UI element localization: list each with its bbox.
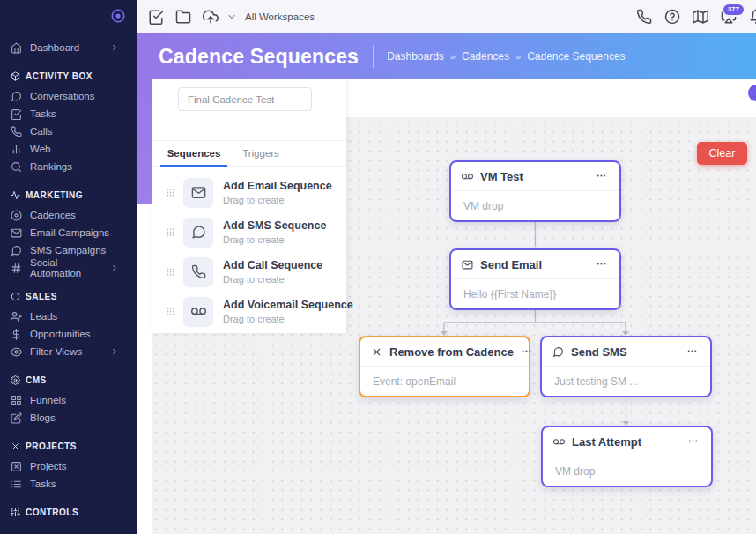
more-icon xyxy=(686,345,698,357)
upload-cloud-button[interactable] xyxy=(203,9,219,25)
node-body: Just testing SM ... xyxy=(542,367,710,397)
palette-item-add-sms-sequence[interactable]: Add SMS SequenceDrag to create xyxy=(152,212,346,252)
more-icon xyxy=(687,435,699,447)
sidebar-item-label: Projects xyxy=(30,461,67,471)
palette-item-icon-tile xyxy=(183,297,213,327)
sidebar-item-social-automation[interactable]: Social Automation xyxy=(0,259,137,277)
more-icon xyxy=(596,170,607,182)
grip-icon xyxy=(166,227,175,237)
sidebar-item-opportunities[interactable]: Opportunities xyxy=(0,325,137,343)
floating-action-button[interactable] xyxy=(748,85,756,101)
sidebar-item-sms-campaigns[interactable]: SMS Campaigns xyxy=(0,241,137,259)
sidebar-item-label: Blogs xyxy=(30,412,56,423)
chevron-right-icon xyxy=(110,347,119,356)
node-send-email[interactable]: Send EmailHello {{First Name}} xyxy=(449,248,621,310)
message-circle-icon xyxy=(11,91,22,102)
breadcrumb-separator: » xyxy=(450,51,456,62)
node-last-attempt[interactable]: Last AttemptVM drop xyxy=(541,426,713,487)
toolbar-right-group: 377 xyxy=(636,9,756,25)
drag-handle[interactable] xyxy=(166,188,175,197)
palette-item-icon-tile xyxy=(183,178,213,208)
sidebar-item-funnels[interactable]: Funnels xyxy=(0,391,137,409)
sidebar-section-items: Dashboard xyxy=(0,39,137,56)
more-options-button[interactable] xyxy=(521,345,534,359)
sidebar-item-calls[interactable]: Calls xyxy=(0,122,137,140)
palette-item-text: Add Email SequenceDrag to create xyxy=(223,180,332,204)
palette-item-icon-tile xyxy=(183,218,213,248)
palette-item-subtitle: Drag to create xyxy=(223,274,322,285)
disc-icon xyxy=(11,210,22,221)
sidebar-item-blogs[interactable]: Blogs xyxy=(0,409,137,426)
more-options-button[interactable] xyxy=(687,435,700,449)
sidebar-item-label: Tasks xyxy=(30,108,56,119)
breadcrumb-cadences[interactable]: Cadences xyxy=(462,50,509,63)
toolbar-left-group xyxy=(148,9,237,25)
drag-handle[interactable] xyxy=(166,307,175,316)
tab-triggers[interactable]: Triggers xyxy=(227,141,294,167)
sidebar-item-projects[interactable]: Projects xyxy=(0,457,137,475)
node-send-sms[interactable]: Send SMSJust testing SM ... xyxy=(540,336,712,397)
clear-button[interactable]: Clear xyxy=(697,142,747,165)
sidebar-item-label: Opportunities xyxy=(30,329,90,339)
sidebar-item-label: Social Automation xyxy=(30,257,110,278)
palette-item-add-email-sequence[interactable]: Add Email SequenceDrag to create xyxy=(152,173,346,212)
node-vm-test[interactable]: VM TestVM drop xyxy=(449,160,621,222)
sidebar-item-rankings[interactable]: Rankings xyxy=(0,158,137,175)
sidebar-item-tasks[interactable]: Tasks xyxy=(0,105,137,122)
cadence-name-input[interactable] xyxy=(178,87,312,111)
drag-handle[interactable] xyxy=(166,227,175,237)
workspace-selector[interactable]: All Workspaces xyxy=(245,11,315,22)
bell-button[interactable] xyxy=(749,9,756,25)
bell-icon xyxy=(749,9,756,25)
sidebar: DashboardACTIVITY BOXConversationsTasksC… xyxy=(0,0,137,534)
node-body: VM drop xyxy=(543,456,711,486)
message-circle-icon xyxy=(191,225,206,240)
mail-icon xyxy=(11,227,22,239)
palette-item-title: Add Voicemail Sequence xyxy=(223,299,353,311)
sidebar-item-dashboard[interactable]: Dashboard xyxy=(0,39,137,56)
palette-item-add-voicemail-sequence[interactable]: Add Voicemail SequenceDrag to create xyxy=(152,292,346,331)
sidebar-section-header-sales: SALES xyxy=(0,287,137,305)
sidebar-item-web[interactable]: Web xyxy=(0,140,137,158)
palette-item-icon-tile xyxy=(183,257,213,287)
breadcrumb-cadence-sequences[interactable]: Cadence Sequences xyxy=(527,50,625,63)
sidebar-item-filter-views[interactable]: Filter Views xyxy=(0,343,137,360)
hash-icon xyxy=(11,263,22,274)
check-square-button[interactable] xyxy=(148,9,164,25)
sidebar-item-label: Rankings xyxy=(30,161,72,172)
section-label: MARKETING xyxy=(26,190,83,200)
sidebar-section-items: ConversationsTasksCallsWebRankings xyxy=(0,87,137,175)
palette-item-title: Add SMS Sequence xyxy=(223,219,326,232)
sequence-panel: SequencesTriggers Add Email SequenceDrag… xyxy=(152,79,346,333)
presentation-button[interactable]: 377 xyxy=(721,9,737,25)
phone-button[interactable] xyxy=(636,9,652,25)
grid-icon xyxy=(11,395,22,406)
palette-item-add-call-sequence[interactable]: Add Call SequenceDrag to create xyxy=(152,252,346,292)
drag-handle[interactable] xyxy=(166,267,175,277)
check-square-icon xyxy=(11,108,22,120)
tab-sequences[interactable]: Sequences xyxy=(160,141,227,167)
breadcrumb-dashboards[interactable]: Dashboards xyxy=(387,50,444,63)
x-square-icon xyxy=(11,461,22,472)
node-header: Send SMS xyxy=(542,337,710,367)
more-options-button[interactable] xyxy=(596,258,609,271)
app-root: DashboardACTIVITY BOXConversationsTasksC… xyxy=(0,0,756,534)
sidebar-item-tasks[interactable]: Tasks xyxy=(0,475,137,493)
page-title: Cadence Sequences xyxy=(159,45,359,69)
more-options-button[interactable] xyxy=(686,345,700,359)
circle-icon xyxy=(11,292,20,301)
palette-item-text: Add SMS SequenceDrag to create xyxy=(223,219,326,244)
sidebar-item-cadences[interactable]: Cadences xyxy=(0,206,137,224)
map-button[interactable] xyxy=(693,9,708,25)
sidebar-item-conversations[interactable]: Conversations xyxy=(0,87,137,105)
palette-item-subtitle: Drag to create xyxy=(223,314,353,324)
help-circle-button[interactable] xyxy=(664,9,680,25)
chevron-down-button[interactable] xyxy=(226,11,237,22)
folder-button[interactable] xyxy=(175,9,191,25)
sidebar-item-email-campaigns[interactable]: Email Campaigns xyxy=(0,224,137,241)
more-options-button[interactable] xyxy=(596,170,609,183)
sidebar-item-leads[interactable]: Leads xyxy=(0,308,137,325)
node-remove-from-cadence[interactable]: Remove from CadenceEvent: openEmail xyxy=(359,336,530,397)
sidebar-item-label: Dashboard xyxy=(30,42,79,53)
sidebar-section-sales: SALESLeadsOpportunitiesFilter Views xyxy=(0,287,137,360)
